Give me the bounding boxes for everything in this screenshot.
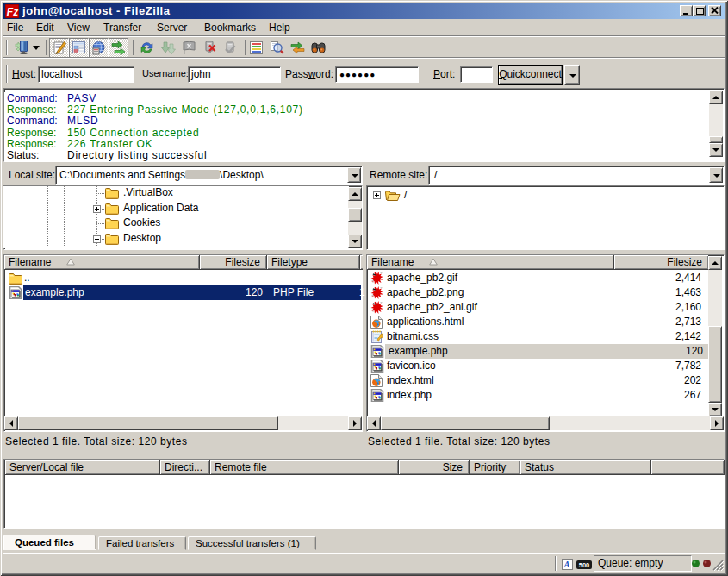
svg-text:Fz: Fz [7,6,18,18]
svg-text:A: A [563,560,570,569]
svg-text:500: 500 [579,561,590,569]
